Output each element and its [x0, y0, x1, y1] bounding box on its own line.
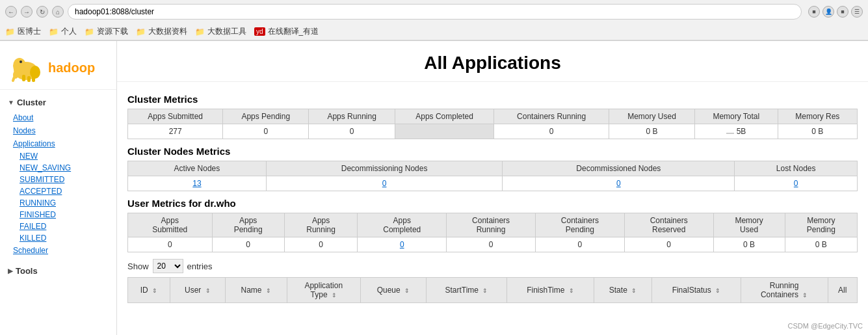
svg-point-5: [20, 60, 22, 63]
th-running-containers[interactable]: RunningContainers ⇕: [741, 278, 828, 303]
col-u-containers-pending: ContainersPending: [535, 213, 624, 237]
cluster-metrics-table: Apps Submitted Apps Pending Apps Running…: [127, 109, 858, 139]
sidebar-item-submitted[interactable]: SUBMITTED: [0, 174, 116, 185]
th-queue[interactable]: Queue ⇕: [360, 278, 426, 303]
col-apps-completed: Apps Completed: [395, 109, 494, 124]
sidebar-item-failed[interactable]: FAILED: [0, 221, 116, 232]
sidebar-item-scheduler[interactable]: Scheduler: [0, 244, 116, 257]
th-all[interactable]: All: [828, 278, 857, 303]
val-decommissioned-nodes: 0: [503, 176, 735, 191]
bookmark-folder-icon-5: 📁: [195, 27, 205, 36]
sidebar-section-cluster: ▼ Cluster About Nodes Applications NEW N…: [0, 94, 116, 257]
th-app-type[interactable]: ApplicationType ⇕: [287, 278, 360, 303]
th-start-time[interactable]: StartTime ⇕: [426, 278, 506, 303]
home-button[interactable]: ⌂: [52, 6, 64, 18]
bookmark-folder-icon: 📁: [5, 27, 15, 36]
user-metrics-table: AppsSubmitted AppsPending AppsRunning Ap…: [127, 213, 858, 252]
shield-button[interactable]: ■: [837, 6, 848, 18]
bookmark-dashuju-ziliao[interactable]: 📁 大数据资料: [136, 26, 187, 37]
forward-button[interactable]: →: [21, 6, 33, 18]
extensions-button[interactable]: ■: [808, 6, 820, 18]
val-u-containers-reserved: 0: [624, 237, 713, 252]
col-memory-total: Memory Total: [694, 109, 778, 124]
col-u-containers-running: ContainersRunning: [447, 213, 536, 237]
val-u-apps-pending: 0: [212, 237, 284, 252]
col-active-nodes: Active Nodes: [128, 161, 267, 176]
memory-total-bar: [726, 133, 734, 134]
sidebar-item-accepted[interactable]: ACCEPTED: [0, 185, 116, 197]
browser-toolbar: ← → ↻ ⌂ ■ 👤 ■ ☰: [0, 0, 868, 23]
back-button[interactable]: ←: [5, 6, 17, 18]
user-metrics-title: User Metrics for dr.who: [127, 198, 858, 209]
val-active-nodes: 13: [128, 176, 267, 191]
sidebar-item-nodes[interactable]: Nodes: [0, 124, 116, 137]
sidebar-item-about[interactable]: About: [0, 111, 116, 124]
svg-rect-7: [22, 75, 25, 81]
val-decommissioning-nodes: 0: [266, 176, 502, 191]
col-apps-pending: Apps Pending: [223, 109, 309, 124]
val-lost-nodes: 0: [735, 176, 858, 191]
col-decommissioned-nodes: Decommissioned Nodes: [503, 161, 735, 176]
col-u-apps-submitted: AppsSubmitted: [128, 213, 213, 237]
th-final-status[interactable]: FinalStatus ⇕: [651, 278, 741, 303]
val-u-apps-running: 0: [284, 237, 358, 252]
entries-label: entries: [187, 261, 213, 271]
val-u-memory-used: 0 B: [713, 237, 785, 252]
browser-chrome: ← → ↻ ⌂ ■ 👤 ■ ☰ 📁 医博士 📁 个人 📁 资源下载 📁 大数据资…: [0, 0, 868, 41]
bookmark-folder-icon-4: 📁: [136, 27, 146, 36]
svg-rect-8: [27, 76, 31, 82]
show-label: Show: [127, 261, 149, 271]
tools-section-header[interactable]: ▶ Tools: [0, 262, 116, 280]
val-apps-running: 0: [309, 124, 395, 139]
menu-button[interactable]: ☰: [851, 6, 863, 18]
bookmark-ziyuan[interactable]: 📁 资源下载: [85, 26, 128, 37]
sidebar-item-applications[interactable]: Applications: [0, 137, 116, 150]
col-memory-used: Memory Used: [609, 109, 695, 124]
sidebar-item-killed[interactable]: KILLED: [0, 232, 116, 244]
show-entries-row: Show 10 20 25 50 100 entries: [127, 259, 858, 273]
sort-arrows-final-status: ⇕: [715, 288, 720, 294]
th-name[interactable]: Name ⇕: [225, 278, 287, 303]
fanyi-badge: yd: [254, 27, 265, 36]
sort-arrows-running-containers: ⇕: [802, 292, 808, 299]
val-memory-used: 0 B: [609, 124, 695, 139]
svg-point-6: [30, 66, 40, 79]
th-state[interactable]: State ⇕: [594, 278, 652, 303]
sidebar-item-running[interactable]: RUNNING: [0, 197, 116, 209]
sort-arrows-app-type: ⇕: [332, 292, 337, 299]
col-apps-running: Apps Running: [309, 109, 395, 124]
svg-rect-9: [32, 76, 35, 82]
tools-triangle-icon: ▶: [8, 267, 13, 275]
bookmark-geren[interactable]: 📁 个人: [49, 26, 77, 37]
applications-table: ID ⇕ User ⇕ Name ⇕ ApplicationType: [127, 277, 858, 303]
bookmark-yiboshi[interactable]: 📁 医博士: [5, 26, 41, 37]
sidebar-item-finished[interactable]: FINISHED: [0, 209, 116, 221]
entries-select[interactable]: 10 20 25 50 100: [153, 259, 183, 273]
bookmark-dashuju-tools[interactable]: 📁 大数据工具: [195, 26, 246, 37]
url-bar[interactable]: [68, 4, 802, 20]
col-u-apps-running: AppsRunning: [284, 213, 358, 237]
th-id[interactable]: ID ⇕: [128, 278, 170, 303]
hadoop-elephant-icon: [7, 51, 46, 84]
main-content: All Applications Cluster Metrics Apps Su…: [117, 41, 868, 335]
refresh-button[interactable]: ↻: [36, 6, 48, 18]
sidebar-item-new-saving[interactable]: NEW_SAVING: [0, 162, 116, 174]
col-decommissioning-nodes: Decommissioning Nodes: [266, 161, 502, 176]
cluster-metrics-title: Cluster Metrics: [127, 94, 858, 105]
th-finish-time[interactable]: FinishTime ⇕: [506, 278, 594, 303]
th-user[interactable]: User ⇕: [170, 278, 225, 303]
bookmark-fanyi[interactable]: yd 在线翻译_有道: [254, 26, 319, 37]
cluster-section-header[interactable]: ▼ Cluster: [0, 94, 116, 111]
val-apps-pending: 0: [223, 124, 309, 139]
bookmarks-bar: 📁 医博士 📁 个人 📁 资源下载 📁 大数据资料 📁 大数据工具 yd 在线翻…: [0, 23, 868, 40]
val-u-containers-pending: 0: [535, 237, 624, 252]
val-u-apps-completed: 0: [358, 237, 447, 252]
bookmark-folder-icon-3: 📁: [85, 27, 94, 36]
sidebar-item-new[interactable]: NEW: [0, 150, 116, 162]
profile-button[interactable]: 👤: [822, 6, 834, 18]
val-apps-submitted: 277: [128, 124, 223, 139]
page-title: All Applications: [117, 53, 868, 74]
col-u-memory-pending: MemoryPending: [785, 213, 857, 237]
sort-arrows-start-time: ⇕: [482, 288, 488, 294]
sidebar: hadoop ▼ Cluster About Nodes Application…: [0, 41, 117, 335]
